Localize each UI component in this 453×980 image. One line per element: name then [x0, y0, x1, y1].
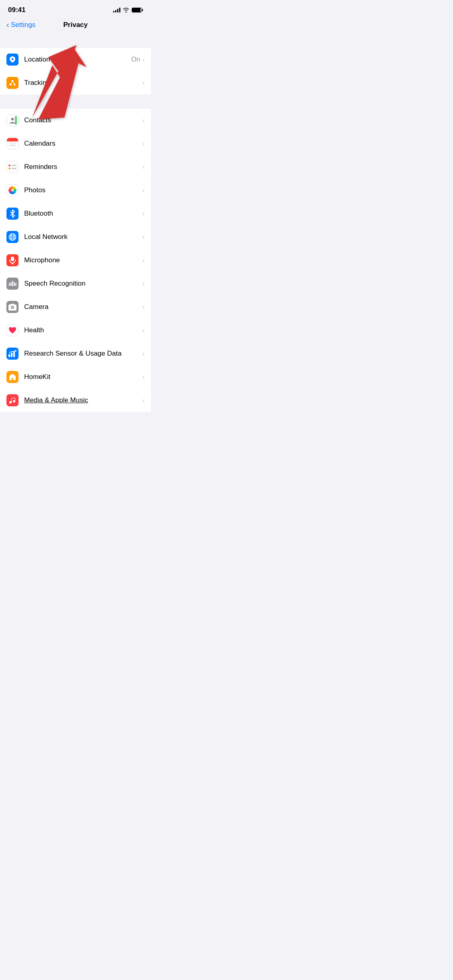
svg-rect-20: [11, 165, 17, 166]
research-chevron: ›: [143, 350, 145, 357]
battery-icon: [132, 8, 143, 12]
research-label: Research Sensor & Usage Data: [24, 350, 143, 358]
health-icon: [6, 324, 19, 336]
location-services-label: Location Services: [24, 56, 131, 64]
location-services-item[interactable]: Location Services On ›: [0, 48, 151, 71]
media-chevron: ›: [143, 397, 145, 404]
camera-item[interactable]: Camera ›: [0, 295, 151, 319]
homekit-chevron: ›: [143, 374, 145, 380]
calendars-label: Calendars: [24, 140, 143, 148]
reminders-chevron: ›: [143, 164, 145, 170]
microphone-item[interactable]: Microphone ›: [0, 249, 151, 272]
status-icons: [113, 8, 143, 12]
section-gap-middle: [0, 95, 151, 109]
nav-bar: ‹ Settings Privacy: [0, 18, 151, 34]
status-time: 09:41: [8, 6, 25, 14]
svg-point-50: [15, 350, 17, 352]
research-icon: [6, 348, 19, 360]
svg-rect-37: [11, 257, 14, 261]
microphone-label: Microphone: [24, 256, 143, 264]
bluetooth-icon: [6, 208, 19, 220]
local-network-icon: [6, 231, 19, 243]
speech-recognition-item[interactable]: Speech Recognition ›: [0, 272, 151, 295]
local-network-item[interactable]: Local Network ›: [0, 225, 151, 249]
svg-point-21: [8, 167, 10, 169]
reminders-label: Reminders: [24, 163, 143, 171]
wifi-icon: [123, 8, 129, 12]
settings-group-main: Contacts › ⋯ Calendars ›: [0, 109, 151, 412]
svg-rect-18: [7, 161, 18, 173]
camera-chevron: ›: [143, 304, 145, 310]
photos-chevron: ›: [143, 187, 145, 194]
location-services-chevron: ›: [143, 56, 145, 63]
back-chevron-icon: ‹: [6, 20, 9, 29]
contacts-item[interactable]: Contacts ›: [0, 109, 151, 132]
speech-recognition-label: Speech Recognition: [24, 280, 143, 288]
svg-rect-42: [12, 281, 13, 286]
svg-point-31: [11, 189, 14, 191]
homekit-label: HomeKit: [24, 373, 143, 381]
reminders-item[interactable]: Reminders ›: [0, 155, 151, 179]
svg-rect-40: [9, 283, 10, 286]
local-network-chevron: ›: [143, 234, 145, 240]
svg-rect-10: [7, 140, 18, 142]
back-button[interactable]: ‹ Settings: [6, 21, 35, 29]
tracking-label: Tracking: [24, 79, 143, 87]
calendars-icon: ⋯: [6, 138, 19, 150]
media-item[interactable]: Media & Apple Music ›: [0, 389, 151, 412]
status-bar: 09:41: [0, 0, 151, 18]
camera-label: Camera: [24, 303, 143, 311]
contacts-chevron: ›: [143, 117, 145, 124]
media-icon: [6, 394, 19, 406]
svg-rect-22: [11, 168, 17, 169]
health-chevron: ›: [143, 327, 145, 334]
calendars-chevron: ›: [143, 140, 145, 147]
local-network-label: Local Network: [24, 233, 143, 241]
svg-point-14: [14, 143, 16, 144]
location-services-value: On: [131, 56, 141, 64]
health-item[interactable]: Health ›: [0, 319, 151, 342]
bluetooth-item[interactable]: Bluetooth ›: [0, 202, 151, 225]
svg-point-15: [9, 145, 10, 146]
svg-point-16: [12, 145, 13, 146]
section-gap-top: [0, 34, 151, 48]
svg-rect-7: [15, 116, 17, 125]
contacts-icon: [6, 114, 19, 126]
bluetooth-label: Bluetooth: [24, 210, 143, 218]
tracking-icon: [6, 77, 19, 89]
back-label: Settings: [11, 21, 35, 29]
microphone-icon: [6, 254, 19, 266]
media-label: Media & Apple Music: [24, 396, 143, 404]
microphone-chevron: ›: [143, 257, 145, 264]
tracking-item[interactable]: Tracking ›: [0, 71, 151, 95]
camera-icon: [6, 301, 19, 313]
location-icon: [6, 54, 19, 66]
speech-recognition-chevron: ›: [143, 280, 145, 287]
contacts-label: Contacts: [24, 116, 143, 124]
signal-icon: [113, 8, 120, 12]
photos-label: Photos: [24, 186, 143, 194]
svg-rect-48: [11, 352, 12, 357]
settings-group-top: Location Services On › Tracking ›: [0, 48, 151, 95]
svg-point-19: [8, 165, 10, 167]
svg-rect-43: [14, 282, 15, 286]
tracking-chevron: ›: [143, 80, 145, 86]
svg-point-6: [11, 118, 14, 121]
svg-point-13: [12, 143, 13, 144]
svg-point-12: [9, 143, 10, 144]
svg-rect-44: [15, 283, 17, 286]
photos-item[interactable]: Photos ›: [0, 179, 151, 202]
svg-point-17: [14, 145, 16, 146]
research-item[interactable]: Research Sensor & Usage Data ›: [0, 342, 151, 365]
health-label: Health: [24, 326, 143, 334]
reminders-icon: [6, 161, 19, 173]
calendars-item[interactable]: ⋯ Calendars ›: [0, 132, 151, 155]
svg-line-4: [12, 81, 14, 84]
homekit-item[interactable]: HomeKit ›: [0, 365, 151, 389]
svg-point-46: [12, 307, 14, 309]
page-title: Privacy: [63, 21, 88, 29]
homekit-icon: [6, 371, 19, 383]
svg-rect-47: [8, 354, 10, 357]
svg-line-3: [10, 81, 12, 84]
photos-icon: [6, 184, 19, 196]
